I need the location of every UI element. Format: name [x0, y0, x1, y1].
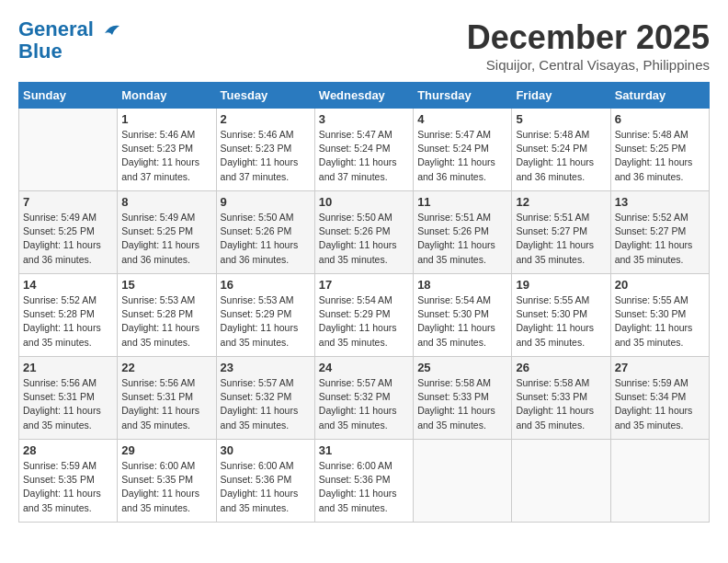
day-info: Sunrise: 5:46 AMSunset: 5:23 PMDaylight:… — [221, 128, 311, 184]
day-number: 24 — [319, 361, 409, 374]
day-number: 23 — [221, 361, 311, 374]
logo-blue: Blue — [18, 40, 63, 63]
calendar-cell: 9Sunrise: 5:50 AMSunset: 5:26 PMDaylight… — [216, 191, 314, 274]
day-number: 10 — [319, 195, 409, 209]
day-info: Sunrise: 5:55 AMSunset: 5:30 PMDaylight:… — [615, 293, 705, 350]
calendar-cell: 7Sunrise: 5:49 AMSunset: 5:25 PMDaylight… — [19, 191, 118, 274]
logo-bird-icon — [101, 20, 121, 40]
calendar-cell: 2Sunrise: 5:46 AMSunset: 5:23 PMDaylight… — [216, 109, 314, 191]
header-day: Sunday — [19, 83, 118, 109]
logo-general: General — [18, 17, 94, 40]
day-info: Sunrise: 5:48 AMSunset: 5:24 PMDaylight:… — [516, 128, 606, 184]
day-number: 2 — [221, 112, 311, 126]
day-info: Sunrise: 5:57 AMSunset: 5:32 PMDaylight:… — [221, 376, 311, 432]
calendar-week: 14Sunrise: 5:52 AMSunset: 5:28 PMDayligh… — [19, 274, 710, 357]
day-info: Sunrise: 5:52 AMSunset: 5:28 PMDaylight:… — [23, 293, 113, 350]
calendar-cell: 14Sunrise: 5:52 AMSunset: 5:28 PMDayligh… — [19, 274, 118, 357]
month-title: December 2025 — [467, 18, 710, 57]
header-day: Saturday — [610, 83, 709, 109]
day-number: 6 — [615, 112, 705, 126]
calendar-cell: 31Sunrise: 6:00 AMSunset: 5:36 PMDayligh… — [314, 440, 413, 523]
header-day: Tuesday — [216, 83, 314, 109]
day-number: 9 — [221, 195, 311, 209]
calendar-cell: 23Sunrise: 5:57 AMSunset: 5:32 PMDayligh… — [216, 357, 314, 440]
day-info: Sunrise: 6:00 AMSunset: 5:36 PMDaylight:… — [221, 459, 311, 515]
day-info: Sunrise: 5:53 AMSunset: 5:29 PMDaylight:… — [221, 293, 311, 350]
day-info: Sunrise: 5:49 AMSunset: 5:25 PMDaylight:… — [121, 211, 211, 267]
day-number: 18 — [417, 278, 507, 292]
day-info: Sunrise: 5:48 AMSunset: 5:25 PMDaylight:… — [615, 128, 705, 184]
day-number: 28 — [23, 443, 113, 457]
day-number: 20 — [615, 278, 705, 292]
day-info: Sunrise: 5:55 AMSunset: 5:30 PMDaylight:… — [516, 293, 606, 350]
day-number: 11 — [417, 195, 507, 209]
calendar-table: SundayMondayTuesdayWednesdayThursdayFrid… — [18, 82, 710, 523]
day-info: Sunrise: 5:57 AMSunset: 5:32 PMDaylight:… — [319, 376, 409, 432]
day-number: 3 — [319, 112, 409, 126]
title-block: December 2025 Siquijor, Central Visayas,… — [467, 18, 710, 73]
day-number: 1 — [121, 112, 211, 126]
calendar-cell: 25Sunrise: 5:58 AMSunset: 5:33 PMDayligh… — [414, 357, 512, 440]
calendar-cell: 30Sunrise: 6:00 AMSunset: 5:36 PMDayligh… — [216, 440, 314, 523]
day-info: Sunrise: 5:54 AMSunset: 5:30 PMDaylight:… — [417, 293, 507, 350]
calendar-week: 1Sunrise: 5:46 AMSunset: 5:23 PMDaylight… — [19, 109, 710, 191]
day-info: Sunrise: 6:00 AMSunset: 5:36 PMDaylight:… — [319, 459, 409, 515]
day-info: Sunrise: 5:53 AMSunset: 5:28 PMDaylight:… — [121, 293, 211, 350]
day-number: 22 — [121, 361, 211, 374]
day-number: 12 — [516, 195, 606, 209]
calendar-cell: 17Sunrise: 5:54 AMSunset: 5:29 PMDayligh… — [314, 274, 413, 357]
day-number: 27 — [615, 361, 705, 374]
calendar-cell: 13Sunrise: 5:52 AMSunset: 5:27 PMDayligh… — [610, 191, 709, 274]
header-day: Monday — [118, 83, 216, 109]
calendar-cell: 11Sunrise: 5:51 AMSunset: 5:26 PMDayligh… — [414, 191, 512, 274]
calendar-cell: 29Sunrise: 6:00 AMSunset: 5:35 PMDayligh… — [118, 440, 216, 523]
day-number: 17 — [319, 278, 409, 292]
day-info: Sunrise: 5:59 AMSunset: 5:35 PMDaylight:… — [23, 459, 113, 515]
day-info: Sunrise: 5:47 AMSunset: 5:24 PMDaylight:… — [417, 128, 507, 184]
calendar-cell — [610, 440, 709, 523]
calendar-cell: 20Sunrise: 5:55 AMSunset: 5:30 PMDayligh… — [610, 274, 709, 357]
logo: General Blue — [18, 18, 121, 63]
day-info: Sunrise: 5:46 AMSunset: 5:23 PMDaylight:… — [121, 128, 211, 184]
day-number: 4 — [417, 112, 507, 126]
calendar-cell: 16Sunrise: 5:53 AMSunset: 5:29 PMDayligh… — [216, 274, 314, 357]
calendar-cell — [19, 109, 118, 191]
day-info: Sunrise: 5:47 AMSunset: 5:24 PMDaylight:… — [319, 128, 409, 184]
calendar-cell — [414, 440, 512, 523]
calendar-cell: 18Sunrise: 5:54 AMSunset: 5:30 PMDayligh… — [414, 274, 512, 357]
day-info: Sunrise: 5:54 AMSunset: 5:29 PMDaylight:… — [319, 293, 409, 350]
day-number: 16 — [221, 278, 311, 292]
day-info: Sunrise: 5:51 AMSunset: 5:26 PMDaylight:… — [417, 211, 507, 267]
calendar-cell: 3Sunrise: 5:47 AMSunset: 5:24 PMDaylight… — [314, 109, 413, 191]
day-number: 31 — [319, 443, 409, 457]
calendar-cell: 4Sunrise: 5:47 AMSunset: 5:24 PMDaylight… — [414, 109, 512, 191]
day-number: 5 — [516, 112, 606, 126]
day-info: Sunrise: 5:51 AMSunset: 5:27 PMDaylight:… — [516, 211, 606, 267]
calendar-cell: 12Sunrise: 5:51 AMSunset: 5:27 PMDayligh… — [512, 191, 610, 274]
calendar-week: 28Sunrise: 5:59 AMSunset: 5:35 PMDayligh… — [19, 440, 710, 523]
calendar-cell: 15Sunrise: 5:53 AMSunset: 5:28 PMDayligh… — [118, 274, 216, 357]
day-number: 21 — [23, 361, 113, 374]
calendar-cell: 21Sunrise: 5:56 AMSunset: 5:31 PMDayligh… — [19, 357, 118, 440]
day-number: 14 — [23, 278, 113, 292]
day-info: Sunrise: 5:59 AMSunset: 5:34 PMDaylight:… — [615, 376, 705, 432]
calendar-cell — [512, 440, 610, 523]
calendar-cell: 28Sunrise: 5:59 AMSunset: 5:35 PMDayligh… — [19, 440, 118, 523]
calendar-cell: 22Sunrise: 5:56 AMSunset: 5:31 PMDayligh… — [118, 357, 216, 440]
calendar-week: 7Sunrise: 5:49 AMSunset: 5:25 PMDaylight… — [19, 191, 710, 274]
day-number: 30 — [221, 443, 311, 457]
header-day: Wednesday — [314, 83, 413, 109]
calendar-week: 21Sunrise: 5:56 AMSunset: 5:31 PMDayligh… — [19, 357, 710, 440]
day-number: 29 — [121, 443, 211, 457]
day-number: 8 — [121, 195, 211, 209]
day-info: Sunrise: 5:50 AMSunset: 5:26 PMDaylight:… — [221, 211, 311, 267]
day-info: Sunrise: 5:58 AMSunset: 5:33 PMDaylight:… — [516, 376, 606, 432]
calendar-cell: 6Sunrise: 5:48 AMSunset: 5:25 PMDaylight… — [610, 109, 709, 191]
calendar-header: SundayMondayTuesdayWednesdayThursdayFrid… — [19, 83, 710, 109]
day-number: 15 — [121, 278, 211, 292]
header-day: Thursday — [414, 83, 512, 109]
header-day: Friday — [512, 83, 610, 109]
calendar-body: 1Sunrise: 5:46 AMSunset: 5:23 PMDaylight… — [19, 109, 710, 523]
calendar-cell: 1Sunrise: 5:46 AMSunset: 5:23 PMDaylight… — [118, 109, 216, 191]
location: Siquijor, Central Visayas, Philippines — [467, 57, 710, 73]
